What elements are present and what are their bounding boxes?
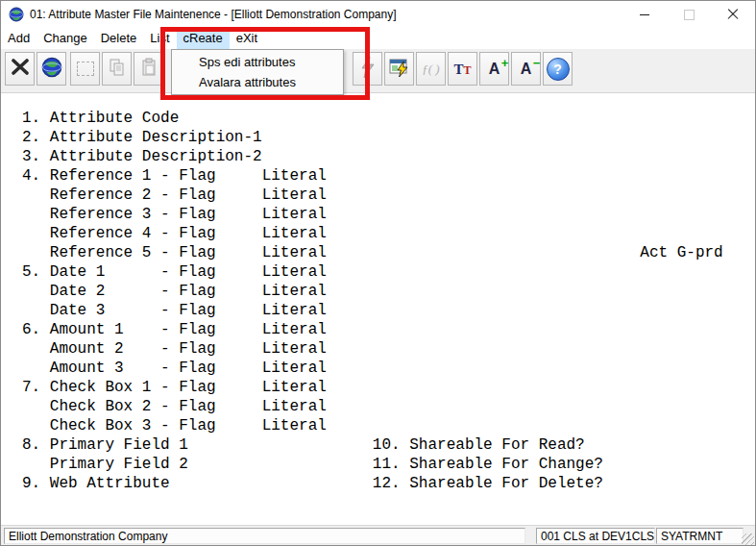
close-icon: [727, 9, 739, 20]
status-session: 001 CLS at DEV1CLS: [536, 528, 655, 544]
minimize-button[interactable]: [622, 1, 667, 28]
screen-macro-button[interactable]: [384, 52, 414, 86]
app-globe-icon: [9, 7, 24, 22]
font-increase-icon: A+: [489, 62, 500, 76]
selection-box-icon: [77, 62, 94, 76]
internet-button[interactable]: [37, 52, 66, 86]
menu-create[interactable]: cReate: [177, 28, 230, 49]
minimize-icon: [640, 14, 649, 15]
window-controls: [622, 1, 755, 28]
toolbar: ƒ( ) TT A+ A− ?: [1, 49, 755, 93]
paste-button: [134, 52, 163, 86]
maximize-icon: [684, 10, 695, 20]
app-window: 01: Attribute Master File Maintenence - …: [0, 0, 756, 546]
help-button[interactable]: ?: [543, 52, 573, 86]
font-button[interactable]: TT: [448, 52, 477, 86]
select-button: [70, 52, 100, 86]
function-icon: ƒ( ): [422, 62, 439, 77]
status-program: SYATRMNT: [656, 528, 744, 544]
create-dropdown-menu: Sps edi attributes Avalara attributes: [171, 49, 344, 95]
menu-exit[interactable]: eXit: [230, 28, 264, 49]
exit-button[interactable]: [5, 52, 35, 86]
copy-button: [102, 52, 132, 86]
font-decrease-icon: A−: [521, 62, 532, 76]
function-button: ƒ( ): [416, 52, 446, 86]
menu-delete[interactable]: Delete: [94, 28, 144, 49]
copy-icon: [108, 58, 127, 81]
font-decrease-button[interactable]: A−: [511, 52, 541, 86]
window-title: 01: Attribute Master File Maintenence - …: [30, 8, 397, 21]
window-lightning-icon: [389, 58, 410, 81]
macro-button: [353, 52, 382, 86]
font-increase-button[interactable]: A+: [479, 52, 509, 86]
status-company: Elliott Demonstration Company: [4, 528, 525, 544]
menu-bar: Add Change Delete List cReate eXit: [1, 28, 755, 49]
maximize-button[interactable]: [667, 1, 711, 28]
menu-item-avalara-attributes[interactable]: Avalara attributes: [172, 72, 343, 92]
resize-grip-icon[interactable]: [742, 534, 754, 546]
lightning-icon: [360, 57, 376, 82]
form-area: 1. Attribute Code 2. Attribute Descripti…: [1, 93, 755, 525]
menu-item-sps-edi-attributes[interactable]: Sps edi attributes: [172, 52, 343, 72]
title-bar: 01: Attribute Master File Maintenence - …: [1, 1, 755, 28]
exit-x-icon: [11, 59, 30, 80]
font-tt-icon: TT: [453, 61, 471, 78]
form-text: 1. Attribute Code 2. Attribute Descripti…: [22, 109, 755, 493]
help-icon: ?: [547, 58, 570, 81]
globe-icon: [41, 57, 62, 82]
menu-add[interactable]: Add: [1, 28, 37, 49]
paste-icon: [139, 58, 159, 81]
status-bar: Elliott Demonstration Company 001 CLS at…: [1, 525, 755, 546]
menu-list[interactable]: List: [143, 28, 176, 49]
close-button[interactable]: [711, 1, 755, 28]
menu-change[interactable]: Change: [37, 28, 94, 49]
